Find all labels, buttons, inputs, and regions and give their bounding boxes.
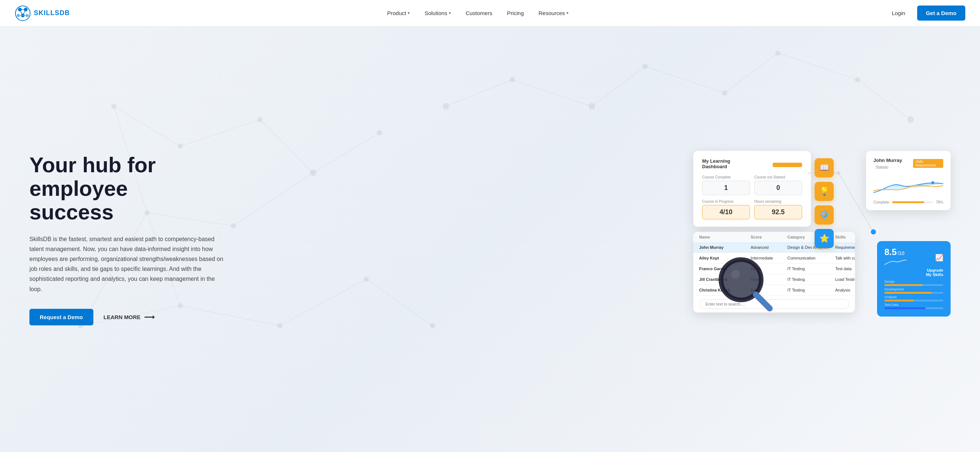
svg-point-31 (111, 104, 116, 109)
svg-point-57 (724, 262, 759, 297)
magnifier-icon (715, 254, 774, 313)
skill-bar-item: Design (885, 280, 943, 286)
course-complete-metric: Course Complete 1 (702, 175, 750, 195)
nav-resources[interactable]: Resources ▾ (533, 7, 574, 19)
learning-dashboard-card: My Learning Dashboard Course Complete 1 … (693, 151, 811, 227)
skill-bar-item: Development (885, 287, 943, 294)
upgrade-sub: My Skills (885, 272, 943, 277)
nav-customers[interactable]: Customers (460, 7, 498, 19)
hero-title: Your hub for employee success (29, 153, 228, 224)
hero-cta: Request a Demo LEARN MORE ⟶ (29, 309, 228, 325)
nav-right: Login Get a Demo (886, 5, 965, 21)
icon-panel: 📖 💡 ⚙️ ⭐ (815, 158, 834, 248)
product-chevron-icon: ▾ (408, 11, 410, 16)
hero-left: Your hub for employee success SkillsDB i… (29, 153, 243, 325)
course-complete-value: 1 (702, 181, 750, 195)
nav-solutions[interactable]: Solutions ▾ (419, 7, 457, 19)
request-demo-button[interactable]: Request a Demo (29, 309, 93, 325)
hero-description: SkillsDB is the fastest, smartest and ea… (29, 234, 228, 294)
learn-more-link[interactable]: LEARN MORE ⟶ (103, 313, 155, 321)
svg-line-12 (180, 120, 260, 146)
logo[interactable]: SKILLSDB (15, 5, 70, 21)
svg-point-45 (589, 103, 595, 110)
svg-point-49 (855, 77, 860, 82)
logo-icon (15, 5, 31, 21)
login-button[interactable]: Login (886, 7, 911, 19)
score-value: 8.5 (885, 247, 897, 257)
gear-icon-button[interactable]: ⚙️ (815, 205, 834, 225)
skills-tag: Skills Requirements (913, 159, 943, 168)
svg-line-27 (645, 66, 725, 93)
svg-line-11 (114, 106, 180, 146)
svg-point-43 (442, 103, 449, 110)
nav-pricing[interactable]: Pricing (501, 7, 530, 19)
score-sparkline (885, 257, 907, 267)
svg-line-59 (756, 294, 770, 308)
col-score: Score (751, 235, 788, 239)
svg-line-29 (778, 53, 858, 80)
course-in-progress-metric: Course in Progress 4/10 (702, 200, 750, 219)
upgrade-label: Upgrade (885, 268, 943, 272)
navbar: SKILLSDB Product ▾ Solutions ▾ Customers… (0, 0, 980, 27)
john-name: John Murray Statistic (873, 157, 913, 170)
svg-line-26 (592, 66, 645, 106)
col-skills: Skills (835, 235, 855, 239)
resources-chevron-icon: ▾ (566, 11, 569, 16)
col-name: Name (699, 235, 751, 239)
svg-line-30 (858, 80, 911, 120)
svg-point-32 (178, 144, 183, 149)
bulb-icon-button[interactable]: 💡 (815, 182, 834, 201)
arrow-icon: ⟶ (144, 313, 155, 321)
john-header: John Murray Statistic Skills Requirement… (873, 157, 943, 170)
svg-line-24 (446, 80, 512, 106)
svg-point-53 (871, 229, 876, 235)
nav-product[interactable]: Product ▾ (381, 7, 416, 19)
svg-point-44 (509, 77, 515, 82)
hero-right: My Learning Dashboard Course Complete 1 … (243, 151, 951, 327)
svg-point-35 (377, 130, 382, 136)
hero-section: Your hub for employee success SkillsDB i… (0, 27, 980, 452)
svg-line-25 (512, 80, 592, 106)
svg-point-46 (643, 64, 648, 69)
svg-point-54 (837, 171, 840, 175)
solutions-chevron-icon: ▾ (449, 11, 451, 16)
svg-point-47 (722, 90, 727, 95)
skill-bar-item: Test Data (885, 303, 943, 309)
course-not-started-metric: Course not Started 0 (754, 175, 802, 195)
metrics-grid: Course Complete 1 Course not Started 0 C… (702, 175, 802, 219)
svg-point-33 (257, 117, 262, 122)
course-not-started-value: 0 (754, 181, 802, 195)
svg-point-0 (16, 6, 30, 21)
svg-line-28 (725, 53, 778, 93)
svg-point-58 (731, 270, 740, 279)
dashboard-container: My Learning Dashboard Course Complete 1 … (693, 151, 951, 327)
book-icon-button[interactable]: 📖 (815, 158, 834, 177)
svg-point-55 (931, 182, 934, 184)
john-murray-card: John Murray Statistic Skills Requirement… (866, 151, 951, 210)
course-in-progress-value: 4/10 (702, 205, 750, 219)
svg-point-50 (907, 116, 914, 123)
john-chart (873, 174, 943, 196)
dashboard-bar (773, 163, 802, 167)
score-card: 8.5 /10 📈 Upgrade My Skills (877, 241, 951, 316)
logo-text: SKILLSDB (34, 9, 70, 17)
star-icon-button[interactable]: ⭐ (815, 229, 834, 248)
nav-links: Product ▾ Solutions ▾ Customers Pricing … (381, 7, 574, 19)
hours-remaining-metric: Hours remaining 92.5 (754, 200, 802, 219)
skill-bars: Design Development Analysis Test Data (885, 280, 943, 309)
hours-remaining-value: 92.5 (754, 205, 802, 219)
svg-point-48 (775, 50, 780, 56)
skill-bar-item: Analysis (885, 295, 943, 302)
get-demo-button[interactable]: Get a Demo (917, 5, 965, 21)
